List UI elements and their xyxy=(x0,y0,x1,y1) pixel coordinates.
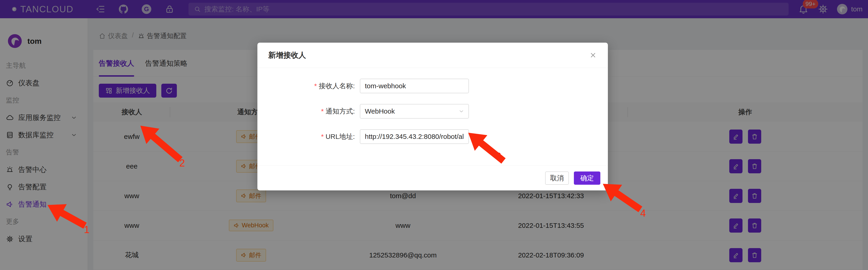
modal-title: 新增接收人 xyxy=(268,50,306,61)
modal-close-button[interactable] xyxy=(585,43,601,68)
required-asterisk: * xyxy=(314,82,317,90)
add-recipient-modal: 新增接收人 *接收人名称: *通知方式: WebHook *URL地址: 取消 xyxy=(257,43,608,191)
field-label: 接收人名称: xyxy=(319,82,355,90)
recipient-name-input[interactable] xyxy=(360,79,469,93)
cancel-button[interactable]: 取消 xyxy=(545,171,569,185)
close-icon xyxy=(590,52,596,59)
modal-header: 新增接收人 xyxy=(257,43,608,68)
required-asterisk: * xyxy=(321,107,324,115)
app: TANCLOUD G 99+ tom tom xyxy=(0,0,868,270)
field-label: URL地址: xyxy=(326,133,355,140)
webhook-url-input[interactable] xyxy=(360,129,469,144)
modal-footer: 取消 确定 xyxy=(257,166,608,191)
modal-body: *接收人名称: *通知方式: WebHook *URL地址: xyxy=(257,68,608,166)
notice-method-select[interactable]: WebHook xyxy=(360,104,469,119)
confirm-button[interactable]: 确定 xyxy=(574,171,600,185)
field-label: 通知方式: xyxy=(326,107,355,115)
form-row-recipient-name: *接收人名称: xyxy=(257,79,608,93)
select-value: WebHook xyxy=(365,107,395,115)
form-row-url: *URL地址: xyxy=(257,129,608,144)
required-asterisk: * xyxy=(321,133,324,140)
chevron-down-icon xyxy=(458,108,464,114)
form-row-notice-method: *通知方式: WebHook xyxy=(257,104,608,119)
